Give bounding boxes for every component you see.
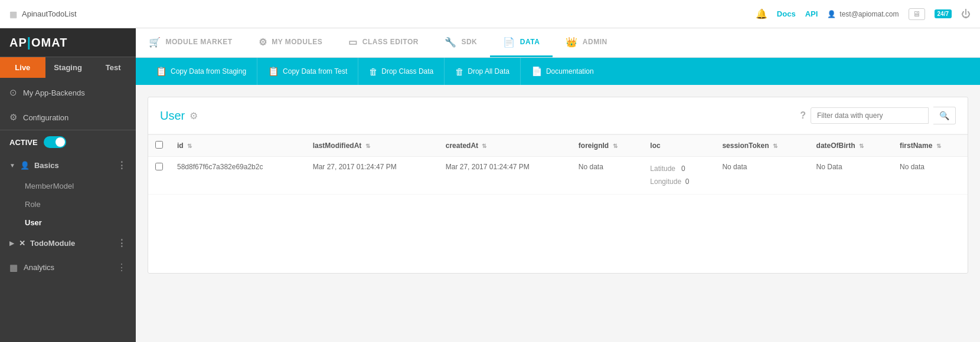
longitude-label: Longitude xyxy=(650,177,681,186)
env-tab-staging[interactable]: Staging xyxy=(45,57,91,78)
col-foreign-id: foreignId ⇅ xyxy=(571,135,643,157)
copy-from-staging-btn[interactable]: 📋 Copy Data from Staging xyxy=(145,58,257,85)
documentation-label: Documentation xyxy=(546,67,594,75)
admin-icon: 👑 xyxy=(566,37,578,48)
copy-test-icon: 📋 xyxy=(268,66,279,77)
analytics-label: Analytics xyxy=(24,263,111,272)
sidebar-sub-item-role[interactable]: Role xyxy=(0,195,136,213)
sidebar-item-my-app-backends[interactable]: ⊙ My App-Backends xyxy=(0,80,136,105)
app-icon: ▦ xyxy=(9,9,17,19)
app-backends-icon: ⊙ xyxy=(9,87,17,98)
sort-first-name-icon[interactable]: ⇅ xyxy=(936,143,941,149)
sidebar-item-configuration[interactable]: ⚙ Configuration xyxy=(0,105,136,130)
sort-created-at-icon[interactable]: ⇅ xyxy=(482,143,486,149)
cell-foreign-id: No data xyxy=(571,157,643,195)
sort-session-token-icon[interactable]: ⇅ xyxy=(773,143,778,149)
help-icon[interactable]: ? xyxy=(800,110,806,121)
active-row: ACTIVE xyxy=(0,130,136,154)
col-date-of-birth: dateOfBirth ⇅ xyxy=(809,135,893,157)
app-name-section: ▦ ApinautTodoList xyxy=(9,9,77,19)
docs-link[interactable]: Docs xyxy=(777,9,796,18)
class-editor-icon: ▭ xyxy=(348,37,358,48)
top-bar-right: 🔔 Docs API 👤 test@apiomat.com 🖥 24/7 ⏻ xyxy=(756,8,971,20)
copy-from-test-btn[interactable]: 📋 Copy Data from Test xyxy=(257,58,358,85)
chevron-down-icon: ▼ xyxy=(9,162,15,169)
nav-item-admin[interactable]: 👑 ADMIN xyxy=(553,28,620,57)
content-area: 🛒 MODULE MARKET ⚙ MY MODULES ▭ CLASS EDI… xyxy=(136,28,980,342)
data-table: id ⇅ lastModifiedAt ⇅ createdAt ⇅ xyxy=(148,134,968,195)
sidebar-sub-item-member-model[interactable]: MemberModel xyxy=(0,177,136,195)
nav-item-module-market[interactable]: 🛒 MODULE MARKET xyxy=(136,28,246,57)
sidebar-item-label: Configuration xyxy=(23,113,126,122)
nav-item-my-modules[interactable]: ⚙ MY MODULES xyxy=(246,28,336,57)
basics-icon: 👤 xyxy=(20,161,30,170)
user-email: test@apiomat.com xyxy=(839,10,899,18)
user-icon: 👤 xyxy=(827,10,836,18)
table-header-checkbox xyxy=(148,135,170,157)
sidebar-item-analytics[interactable]: ▦ Analytics ⋮ xyxy=(0,255,136,280)
col-first-name: firstName ⇅ xyxy=(893,135,968,157)
nav-item-class-editor[interactable]: ▭ CLASS EDITOR xyxy=(335,28,432,57)
copy-staging-label: Copy Data from Staging xyxy=(171,67,246,75)
main-layout: AP|OMAT Live Staging Test ⊙ My App-Backe… xyxy=(0,28,980,342)
row-checkbox[interactable] xyxy=(155,163,163,170)
module-nav: 🛒 MODULE MARKET ⚙ MY MODULES ▭ CLASS EDI… xyxy=(136,28,980,58)
col-loc-label: loc xyxy=(650,142,660,150)
analytics-more-icon[interactable]: ⋮ xyxy=(117,262,126,273)
panel-title: User ⚙ xyxy=(160,109,198,123)
drop-class-data-btn[interactable]: 🗑 Drop Class Data xyxy=(358,58,445,85)
cell-session-token: No data xyxy=(715,157,809,195)
sidebar-sub-item-user[interactable]: User xyxy=(0,213,136,232)
sort-date-of-birth-icon[interactable]: ⇅ xyxy=(859,143,864,149)
sort-last-modified-icon[interactable]: ⇅ xyxy=(365,143,370,149)
member-model-label: MemberModel xyxy=(25,182,74,190)
env-tabs: Live Staging Test xyxy=(0,57,136,78)
nav-item-sdk[interactable]: 🔧 SDK xyxy=(432,28,490,57)
configuration-icon: ⚙ xyxy=(9,112,17,123)
admin-label: ADMIN xyxy=(583,38,607,46)
support-badge[interactable]: 24/7 xyxy=(935,9,952,18)
top-bar: ▦ ApinautTodoList 🔔 Docs API 👤 test@apio… xyxy=(0,0,980,28)
active-label: ACTIVE xyxy=(9,138,38,147)
col-first-name-label: firstName xyxy=(900,142,932,150)
env-tab-live[interactable]: Live xyxy=(0,57,45,78)
class-editor-label: CLASS EDITOR xyxy=(362,38,419,46)
sidebar-menu: ⊙ My App-Backends ⚙ Configuration ACTIVE… xyxy=(0,78,136,342)
col-date-of-birth-label: dateOfBirth xyxy=(816,142,855,150)
my-modules-label: MY MODULES xyxy=(272,38,322,46)
cell-first-name: No data xyxy=(893,157,968,195)
env-tab-test[interactable]: Test xyxy=(90,57,136,78)
col-created-at-label: createdAt xyxy=(446,142,478,150)
cell-date-of-birth: No Data xyxy=(809,157,893,195)
todo-label: TodoModule xyxy=(30,239,75,248)
chevron-right-icon: ▶ xyxy=(9,240,14,246)
monitor-icon: 🖥 xyxy=(909,8,925,20)
drop-all-data-btn[interactable]: 🗑 Drop All Data xyxy=(445,58,521,85)
search-button[interactable]: 🔍 xyxy=(933,107,956,124)
sidebar-section-basics[interactable]: ▼ 👤 Basics ⋮ xyxy=(0,154,136,177)
cell-last-modified: Mar 27, 2017 01:24:47 PM xyxy=(306,157,439,195)
active-toggle[interactable] xyxy=(44,136,66,148)
sidebar: AP|OMAT Live Staging Test ⊙ My App-Backe… xyxy=(0,28,136,342)
copy-test-label: Copy Data from Test xyxy=(283,67,347,75)
analytics-icon: ▦ xyxy=(9,262,18,273)
bell-icon[interactable]: 🔔 xyxy=(756,8,767,19)
nav-item-data[interactable]: 📄 DATA xyxy=(490,28,553,57)
sidebar-section-todo-module[interactable]: ▶ ✕ TodoModule ⋮ xyxy=(0,232,136,255)
documentation-btn[interactable]: 📄 Documentation xyxy=(521,58,605,85)
sort-id-icon[interactable]: ⇅ xyxy=(187,143,192,149)
sdk-icon: 🔧 xyxy=(445,37,457,48)
user-info: 👤 test@apiomat.com xyxy=(827,10,899,18)
latitude-value: 0 xyxy=(681,165,685,173)
documentation-icon: 📄 xyxy=(531,66,543,77)
basics-more-icon[interactable]: ⋮ xyxy=(117,160,126,171)
todo-more-icon[interactable]: ⋮ xyxy=(117,238,126,249)
user-label: User xyxy=(25,218,42,227)
select-all-checkbox[interactable] xyxy=(155,141,163,149)
api-link[interactable]: API xyxy=(805,9,818,18)
power-icon[interactable]: ⏻ xyxy=(961,9,971,19)
gear-icon[interactable]: ⚙ xyxy=(190,110,198,121)
filter-input[interactable] xyxy=(811,107,929,124)
sort-foreign-id-icon[interactable]: ⇅ xyxy=(613,143,618,149)
my-modules-icon: ⚙ xyxy=(259,37,267,48)
